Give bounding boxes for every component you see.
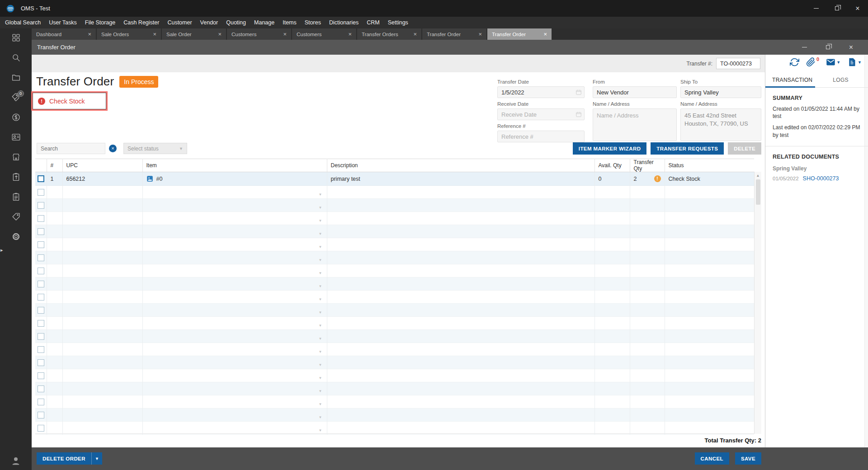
row-checkbox[interactable]: [38, 385, 44, 392]
transfer-number-input[interactable]: [716, 58, 760, 69]
item-dropdown-caret[interactable]: ▼: [319, 271, 322, 275]
calendar-icon[interactable]: [576, 89, 582, 95]
transfers-icon[interactable]: [11, 172, 21, 182]
delete-button[interactable]: DELETE: [728, 142, 761, 155]
contacts-icon[interactable]: [11, 132, 21, 142]
ship-to-address-textarea[interactable]: [680, 108, 761, 141]
item-dropdown-caret[interactable]: ▼: [319, 193, 322, 197]
empty-table-row[interactable]: ▼: [35, 369, 754, 382]
item-dropdown-caret[interactable]: ▼: [319, 337, 322, 341]
row-checkbox[interactable]: [38, 294, 44, 301]
item-dropdown-caret[interactable]: ▼: [319, 428, 322, 432]
empty-table-row[interactable]: ▼: [35, 251, 754, 264]
email-icon[interactable]: ▼: [826, 57, 840, 67]
tab-close-icon[interactable]: ×: [543, 31, 547, 37]
menu-item-global-search[interactable]: Global Search: [1, 17, 45, 28]
empty-table-row[interactable]: ▼: [35, 238, 754, 251]
from-input[interactable]: [593, 86, 677, 98]
row-checkbox[interactable]: [38, 228, 44, 235]
menu-item-items[interactable]: Items: [278, 17, 301, 28]
empty-table-row[interactable]: ▼: [35, 409, 754, 422]
search-input[interactable]: [37, 143, 105, 154]
restore-button[interactable]: [826, 0, 847, 17]
row-checkbox[interactable]: [38, 281, 44, 287]
transfer-date-input[interactable]: [497, 86, 585, 98]
clear-search-icon[interactable]: ×: [109, 145, 117, 152]
delete-order-dropdown[interactable]: ▼: [91, 452, 102, 465]
column-header-item[interactable]: Item: [142, 159, 327, 172]
inner-close-button[interactable]: ×: [849, 40, 853, 55]
menu-item-vendor[interactable]: Vendor: [196, 17, 222, 28]
item-dropdown-caret[interactable]: ▼: [319, 297, 322, 301]
tab-close-icon[interactable]: ×: [478, 31, 482, 37]
attachments-icon[interactable]: 0: [806, 57, 819, 67]
column-header-transfer-qty[interactable]: Transfer Qty: [630, 159, 665, 172]
empty-table-row[interactable]: ▼: [35, 199, 754, 212]
tab-close-icon[interactable]: ×: [218, 31, 222, 37]
empty-table-row[interactable]: ▼: [35, 291, 754, 304]
row-checkbox[interactable]: [38, 241, 44, 248]
empty-table-row[interactable]: ▼: [35, 317, 754, 330]
labels-icon[interactable]: 0: [11, 93, 21, 102]
empty-table-row[interactable]: ▼: [35, 277, 754, 291]
status-filter-select[interactable]: Select status ▼: [123, 143, 187, 154]
column-header-status[interactable]: Status: [665, 159, 754, 172]
item-dropdown-caret[interactable]: ▼: [319, 310, 322, 315]
empty-table-row[interactable]: ▼: [35, 343, 754, 356]
tab-close-icon[interactable]: ×: [88, 31, 91, 37]
empty-table-row[interactable]: ▼: [35, 212, 754, 225]
ship-to-input[interactable]: [680, 86, 761, 98]
tab-transfer-order[interactable]: Transfer Order×: [422, 28, 486, 40]
orders-icon[interactable]: [11, 192, 21, 202]
row-checkbox[interactable]: [38, 346, 44, 353]
column-header-avail-qty[interactable]: Avail. Qty: [594, 159, 630, 172]
row-checkbox[interactable]: [38, 189, 44, 196]
check-stock-warning[interactable]: ! Check Stock: [33, 93, 106, 109]
table-scrollbar[interactable]: ▲: [754, 172, 761, 434]
column-header-description[interactable]: Description: [327, 159, 594, 172]
empty-table-row[interactable]: ▼: [35, 264, 754, 277]
row-checkbox[interactable]: [38, 372, 44, 379]
row-checkbox[interactable]: [38, 412, 44, 418]
row-checkbox[interactable]: [38, 359, 44, 366]
tab-sale-orders[interactable]: Sale Orders×: [97, 28, 161, 40]
reference-input[interactable]: [497, 131, 585, 142]
item-dropdown-caret[interactable]: ▼: [319, 376, 322, 380]
delete-order-button[interactable]: DELETE ORDER: [37, 452, 91, 465]
item-dropdown-caret[interactable]: ▼: [319, 219, 322, 223]
empty-table-row[interactable]: ▼: [35, 395, 754, 409]
menu-item-customer[interactable]: Customer: [163, 17, 196, 28]
tab-close-icon[interactable]: ×: [283, 31, 287, 37]
scrollbar-thumb[interactable]: [756, 179, 760, 205]
row-checkbox[interactable]: [38, 268, 44, 274]
item-dropdown-caret[interactable]: ▼: [319, 389, 322, 393]
item-dropdown-caret[interactable]: ▼: [319, 232, 322, 236]
table-row[interactable]: 1 656212 #0 primary test 0: [35, 172, 754, 186]
sidebar-expand-icon[interactable]: ▸: [0, 247, 3, 253]
empty-table-row[interactable]: ▼: [35, 330, 754, 343]
stores-icon[interactable]: [11, 152, 21, 162]
from-address-textarea[interactable]: [593, 108, 677, 141]
menu-item-cash-register[interactable]: Cash Register: [119, 17, 163, 28]
menu-item-stores[interactable]: Stores: [301, 17, 325, 28]
empty-table-row[interactable]: ▼: [35, 356, 754, 369]
menu-item-crm[interactable]: CRM: [363, 17, 383, 28]
menu-item-user-tasks[interactable]: User Tasks: [45, 17, 81, 28]
item-dropdown-caret[interactable]: ▼: [319, 350, 322, 354]
folders-icon[interactable]: [11, 73, 21, 82]
menu-item-settings[interactable]: Settings: [384, 17, 412, 28]
empty-table-row[interactable]: ▼: [35, 422, 754, 435]
empty-table-row[interactable]: ▼: [35, 304, 754, 317]
transfer-requests-button[interactable]: TRANSFER REQUESTS: [651, 142, 724, 155]
column-header-num[interactable]: #: [47, 159, 62, 172]
item-dropdown-caret[interactable]: ▼: [319, 415, 322, 419]
tab-customers[interactable]: Customers×: [292, 28, 356, 40]
dashboard-icon[interactable]: [11, 33, 21, 42]
calendar-icon[interactable]: [576, 111, 582, 118]
item-dropdown-caret[interactable]: ▼: [319, 245, 322, 249]
search-icon[interactable]: [11, 53, 21, 62]
row-checkbox[interactable]: [38, 175, 44, 182]
close-button[interactable]: ×: [847, 0, 868, 17]
item-image-icon[interactable]: [146, 175, 153, 182]
item-dropdown-caret[interactable]: ▼: [319, 324, 322, 328]
